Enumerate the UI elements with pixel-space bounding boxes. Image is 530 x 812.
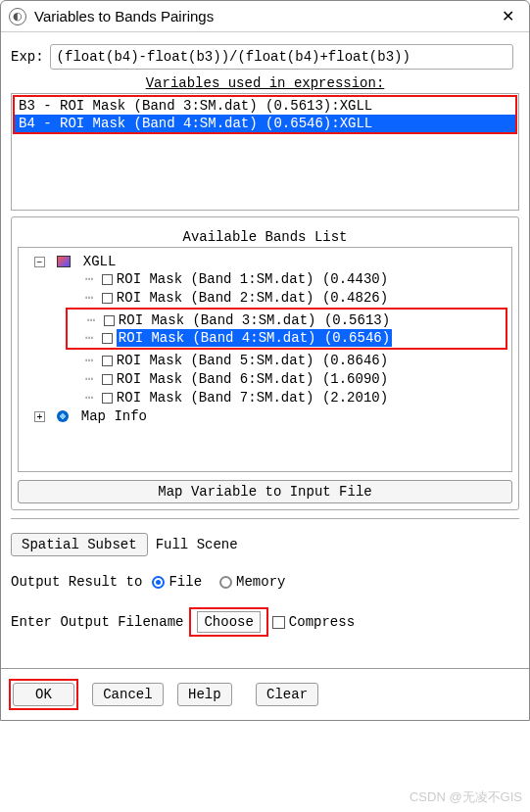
output-file-label: File [169,574,202,590]
variables-listbox[interactable]: B3 - ROI Mask (Band 3:SM.dat) (0.5613):X… [11,93,519,211]
band-checkbox[interactable] [104,315,115,326]
tree-root-label[interactable]: XGLL [83,254,117,269]
ok-button[interactable]: OK [13,683,74,706]
bands-highlight: ⋯ ROI Mask (Band 3:SM.dat) (0.5613) ⋯ RO… [66,308,507,350]
bands-section-title: Available Bands List [18,229,512,245]
expression-input[interactable]: (float(b4)-float(b3))/(float(b4)+float(b… [50,44,513,70]
compress-checkbox[interactable] [272,616,285,629]
band-item[interactable]: ⋯ ROI Mask (Band 2:SM.dat) (0.4826) [83,288,507,307]
band-checkbox[interactable] [102,333,113,344]
band-checkbox[interactable] [102,393,113,404]
collapse-icon[interactable]: − [34,257,45,267]
spatial-subset-value: Full Scene [156,537,238,552]
band-checkbox[interactable] [102,356,113,366]
expression-label: Exp: [11,49,44,65]
compress-label: Compress [289,614,355,630]
variables-highlight: B3 - ROI Mask (Band 3:SM.dat) (0.5613):X… [13,95,517,134]
output-memory-label: Memory [236,574,285,590]
map-variable-button[interactable]: Map Variable to Input File [18,480,512,503]
band-item[interactable]: ⋯ ROI Mask (Band 5:SM.dat) (0.8646) [83,351,507,369]
globe-icon [57,410,69,422]
band-checkbox[interactable] [102,293,113,304]
spatial-subset-button[interactable]: Spatial Subset [11,533,148,556]
expand-icon[interactable]: + [34,411,45,422]
band-item[interactable]: ⋯ ROI Mask (Band 1:SM.dat) (0.4430) [83,269,507,288]
band-item[interactable]: ⋯ ROI Mask (Band 3:SM.dat) (0.5613) [85,310,506,329]
help-button[interactable]: Help [177,683,232,706]
window-title: Variables to Bands Pairings [34,8,494,24]
band-checkbox[interactable] [102,274,113,285]
output-filename-label: Enter Output Filename [11,614,183,630]
map-info-item[interactable]: Map Info [81,408,147,424]
band-item[interactable]: ⋯ ROI Mask (Band 7:SM.dat) (2.2010) [83,388,507,406]
output-memory-radio[interactable] [219,576,232,589]
output-file-radio[interactable] [152,576,165,589]
variable-item[interactable]: B4 - ROI Mask (Band 4:SM.dat) (0.6546):X… [15,115,515,132]
band-item[interactable]: ⋯ ROI Mask (Band 6:SM.dat) (1.6090) [83,369,507,388]
cancel-button[interactable]: Cancel [92,683,163,706]
variables-section-title: Variables used in expression: [11,75,519,91]
watermark: CSDN @无凌不GIS [410,788,522,806]
layers-icon [57,256,71,267]
output-result-label: Output Result to [11,574,142,590]
band-item[interactable]: ROI Mask (Band 4:SM.dat) (0.6546) [117,329,392,347]
variable-item[interactable]: B3 - ROI Mask (Band 3:SM.dat) (0.5613):X… [15,97,515,115]
clear-button[interactable]: Clear [256,683,318,706]
band-checkbox[interactable] [102,374,113,385]
choose-button[interactable]: Choose [197,611,260,633]
close-icon[interactable]: ✕ [494,7,521,25]
app-icon: ◐ [9,8,26,25]
titlebar: ◐ Variables to Bands Pairings ✕ [1,1,529,32]
bands-tree[interactable]: − XGLL ⋯ ROI Mask (Band 1:SM.dat) (0.443… [18,247,512,472]
